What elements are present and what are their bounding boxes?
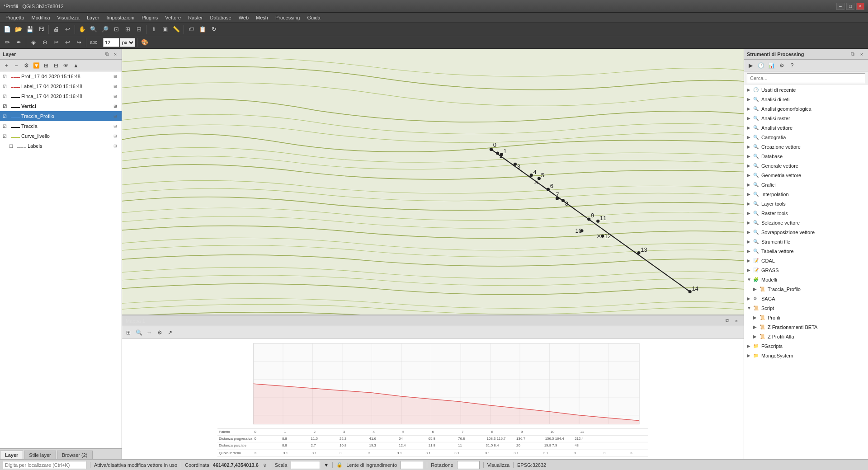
atlas-button[interactable]: 📋 xyxy=(197,24,208,35)
processing-results-button[interactable]: 📊 xyxy=(767,61,776,70)
tree-expand-traccia_profilo_tool[interactable]: ▶ xyxy=(753,287,759,291)
close-button[interactable]: × xyxy=(856,3,864,10)
layer-item-traccia[interactable]: ☑ Traccia ⊞ xyxy=(0,121,122,131)
profile-settings-button[interactable]: ⚙ xyxy=(155,328,164,337)
tree-expand-fgscripts[interactable]: ▶ xyxy=(747,343,752,348)
menu-guida[interactable]: Guida xyxy=(303,14,324,21)
tree-item-script[interactable]: ▼ 📜 Script xyxy=(744,303,868,313)
menu-mesh[interactable]: Mesh xyxy=(252,14,272,21)
redo-edit-button[interactable]: ↪ xyxy=(73,37,84,48)
processing-panel-close-button[interactable]: × xyxy=(858,51,865,58)
zoom-select-button[interactable]: ⊟ xyxy=(133,24,144,35)
tree-expand-analisi_vettore[interactable]: ▶ xyxy=(747,125,752,130)
tree-item-analisi_raster[interactable]: ▶ 🔍 Analisi raster xyxy=(744,113,868,123)
tree-expand-raster_tools[interactable]: ▶ xyxy=(747,211,752,216)
tree-item-saga[interactable]: ▶ ⚙ SAGA xyxy=(744,294,868,303)
layer-expand-vertici[interactable]: ⊞ xyxy=(113,104,119,108)
tree-item-analisi_geo[interactable]: ▶ 🔍 Analisi geomorfologica xyxy=(744,104,868,113)
tree-item-mango_system[interactable]: ▶ 📁 MangoSystem xyxy=(744,351,868,360)
layer-visibility-labels[interactable]: ☐ xyxy=(9,144,16,149)
tree-expand-selezione_vettore[interactable]: ▶ xyxy=(747,220,752,225)
layer-expand-label[interactable]: ⊞ xyxy=(113,84,119,89)
map-area[interactable]: 0 2 1 3 4 5 6 7 8 xyxy=(122,49,744,315)
menu-progetto[interactable]: Progetto xyxy=(2,14,28,21)
tree-expand-script[interactable]: ▼ xyxy=(747,306,752,310)
tree-item-layer_tools[interactable]: ▶ 🔍 Layer tools xyxy=(744,199,868,208)
menu-modifica[interactable]: Modifica xyxy=(28,14,54,21)
profile-panel-float-button[interactable]: ⧉ xyxy=(724,317,731,324)
node-tool-button[interactable]: ◈ xyxy=(28,37,39,48)
tree-expand-saga[interactable]: ▶ xyxy=(747,296,752,301)
tree-item-modelli[interactable]: ▼ 🧩 Modelli xyxy=(744,275,868,284)
tree-expand-creazione_vettore[interactable]: ▶ xyxy=(747,144,752,149)
tab-browser[interactable]: Browser (2) xyxy=(57,451,93,459)
tree-item-strumenti_file[interactable]: ▶ 🔍 Strumenti file xyxy=(744,237,868,246)
zoom-full-button[interactable]: ⊡ xyxy=(111,24,122,35)
tree-expand-analisi_raster[interactable]: ▶ xyxy=(747,116,752,121)
layer-item-finca[interactable]: ☑ Finca_17-04-2020 15:16:48 ⊞ xyxy=(0,91,122,101)
zoom-out-button[interactable]: 🔎 xyxy=(99,24,110,35)
layer-move-up-button[interactable]: ▲ xyxy=(71,61,80,70)
tree-item-creazione_vettore[interactable]: ▶ 🔍 Creazione vettore xyxy=(744,142,868,151)
layer-item-vertici[interactable]: ☑ Vertici ⊞ xyxy=(0,101,122,111)
undo-edit-button[interactable]: ↩ xyxy=(62,37,73,48)
remove-layer-button[interactable]: − xyxy=(12,61,21,70)
save-as-button[interactable]: 🖫 xyxy=(36,24,47,35)
tree-expand-gdal[interactable]: ▶ xyxy=(747,258,752,263)
maximize-button[interactable]: □ xyxy=(846,3,854,10)
font-size-input[interactable] xyxy=(103,38,119,47)
layer-expand-profi[interactable]: ⊞ xyxy=(113,74,119,79)
layer-expand-traccia[interactable]: ⊞ xyxy=(113,124,119,128)
processing-settings-button[interactable]: ⚙ xyxy=(777,61,786,70)
pan-button[interactable]: ✋ xyxy=(77,24,88,35)
zoom-in-button[interactable]: 🔍 xyxy=(88,24,99,35)
layer-item-profi[interactable]: ☑ Profi_17-04-2020 15:16:48 ⊞ xyxy=(0,71,122,81)
profile-panel-close-button[interactable]: × xyxy=(733,317,740,324)
tree-expand-grass[interactable]: ▶ xyxy=(747,268,752,273)
layer-visibility-curve_livello[interactable]: ☑ xyxy=(3,134,10,139)
tree-item-cartografia[interactable]: ▶ 🔍 Cartografia xyxy=(744,132,868,142)
tree-expand-tabella_vettore[interactable]: ▶ xyxy=(747,249,752,254)
layer-panel-close-button[interactable]: × xyxy=(112,51,119,58)
layer-panel-float-button[interactable]: ⧉ xyxy=(104,51,111,58)
measure-button[interactable]: 📏 xyxy=(171,24,182,35)
tree-expand-sovrapposizione_vettore[interactable]: ▶ xyxy=(747,230,752,235)
refresh-button[interactable]: ↻ xyxy=(208,24,219,35)
tree-expand-analisi_geo[interactable]: ▶ xyxy=(747,106,752,111)
menu-database[interactable]: Database xyxy=(207,14,235,21)
menu-raster[interactable]: Raster xyxy=(184,14,206,21)
tree-expand-analisi_reti[interactable]: ▶ xyxy=(747,97,752,102)
edit-button[interactable]: ✏ xyxy=(2,37,13,48)
open-project-button[interactable]: 📂 xyxy=(13,24,24,35)
toggle-visibility-button[interactable]: 👁 xyxy=(61,61,71,70)
profile-pan-button[interactable]: ↔ xyxy=(145,328,154,337)
identify-button[interactable]: ℹ xyxy=(148,24,159,35)
tree-expand-mango_system[interactable]: ▶ xyxy=(747,353,752,358)
tab-stile-layer[interactable]: Stile layer xyxy=(24,451,56,459)
layer-item-labels[interactable]: ☐ Labels ⊞ xyxy=(0,141,122,151)
processing-panel-float-button[interactable]: ⧉ xyxy=(849,51,856,58)
layer-visibility-label[interactable]: ☑ xyxy=(3,84,10,89)
tree-expand-z_frazionamenti_beta[interactable]: ▶ xyxy=(753,324,759,329)
tree-item-tabella_vettore[interactable]: ▶ 🔍 Tabella vettore xyxy=(744,246,868,256)
tree-item-analisi_vettore[interactable]: ▶ 🔍 Analisi vettore xyxy=(744,123,868,132)
layer-expand-curve_livello[interactable]: ⊞ xyxy=(113,134,119,138)
layer-item-label[interactable]: ☑ Label_17-04-2020 15:16:48 ⊞ xyxy=(0,81,122,91)
move-button[interactable]: ⊕ xyxy=(39,37,50,48)
tree-item-grass[interactable]: ▶ 📝 GRASS xyxy=(744,265,868,275)
tree-expand-geometria_vettore[interactable]: ▶ xyxy=(747,173,752,178)
magnifier-input[interactable]: 100% xyxy=(401,461,423,469)
layer-visibility-finca[interactable]: ☑ xyxy=(3,94,10,99)
color-picker-button[interactable]: 🎨 xyxy=(139,37,150,48)
tree-expand-recenti[interactable]: ▶ xyxy=(747,87,752,92)
menu-plugins[interactable]: Plugins xyxy=(138,14,161,21)
menu-layer[interactable]: Layer xyxy=(83,14,103,21)
tree-item-z_frazionamenti_beta[interactable]: ▶ 📜 Z Frazionamenti BETA xyxy=(744,322,868,332)
tree-expand-generale_vettore[interactable]: ▶ xyxy=(747,163,752,168)
layer-item-traccia_profilo[interactable]: ☑ Traccia_Profilo ⊞ xyxy=(0,111,122,121)
minimize-button[interactable]: – xyxy=(836,3,844,10)
scale-input[interactable]: 1:673 xyxy=(291,461,320,469)
profile-chart[interactable]: Paletto Distanza progressiva Distanza pa… xyxy=(122,339,744,459)
layer-visibility-traccia_profilo[interactable]: ☑ xyxy=(3,114,10,119)
tab-layer[interactable]: Layer xyxy=(0,451,23,459)
